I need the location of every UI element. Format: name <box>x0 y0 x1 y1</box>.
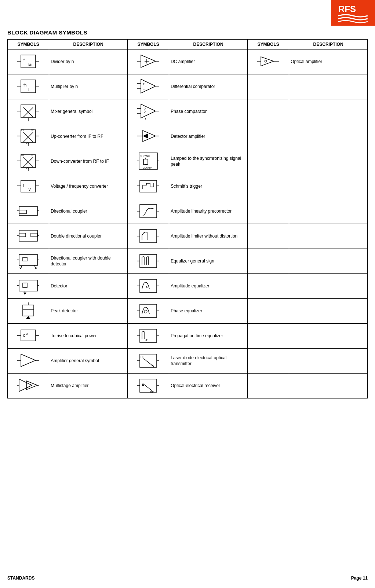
table-row: Directional coupler with double detector… <box>8 249 368 274</box>
svg-rect-82 <box>19 230 37 241</box>
desc-double-directional: Double directional coupler <box>49 224 128 249</box>
footer-standards: STANDARDS <box>7 576 34 581</box>
desc-empty-14-3 <box>289 374 368 398</box>
svg-rect-76 <box>19 210 26 214</box>
svg-text:+: + <box>143 82 145 86</box>
desc-differential-comparator: Differential comparator <box>169 74 248 99</box>
header-bar: RFS <box>331 0 375 26</box>
symbol-divider-by-n: f f/n <box>8 49 49 74</box>
desc-multistage-amplifier: Multistage amplifier <box>49 374 128 398</box>
symbol-empty-11-3 <box>247 299 289 324</box>
svg-rect-50 <box>21 155 36 168</box>
symbol-empty-10-3 <box>247 274 289 299</box>
svg-text:.T: .T <box>145 338 148 342</box>
table-row: Double directional coupler Amplitude lim… <box>8 224 368 249</box>
symbol-multistage-amplifier <box>8 374 49 398</box>
symbol-lamped-sync: P. SYNC CLAMP <box>127 149 169 174</box>
svg-text:RFS: RFS <box>338 4 356 14</box>
svg-text:RF: RF <box>21 154 25 156</box>
desc-amplitude-equalizer: Amplitude equalizer <box>169 274 248 299</box>
svg-marker-137 <box>19 379 32 392</box>
symbol-empty-12-3 <box>247 324 289 349</box>
symbol-amplifier-general <box>8 349 49 374</box>
table-row: f f/n Divider by n DC amplifier <box>8 49 368 74</box>
desc-amplitude-limiter: Amplitude limiter without distortion <box>169 224 248 249</box>
svg-text:−: − <box>143 87 145 91</box>
svg-marker-128 <box>21 354 36 367</box>
svg-point-116 <box>144 310 147 313</box>
desc-empty-10-3 <box>289 274 368 299</box>
symbol-laser-diode: RF <box>127 349 169 374</box>
svg-text:f: f <box>23 58 25 62</box>
desc-empty-13-3 <box>289 349 368 374</box>
svg-rect-37 <box>21 130 36 143</box>
svg-rect-90 <box>19 254 37 265</box>
desc-detector-amplifier: Detector amplifier <box>169 124 248 149</box>
symbol-empty-13-3 <box>247 349 289 374</box>
svg-text:f/n: f/n <box>28 63 32 67</box>
symbol-optical-electrical: RF <box>127 374 169 398</box>
table-row: Amplifier general symbol RF Laser diode … <box>8 349 368 374</box>
symbol-differential-comparator: + − <box>127 74 169 99</box>
svg-text:3: 3 <box>26 332 28 335</box>
desc-lamped-sync: Lamped to the syncrhronizing signal peak <box>169 149 248 174</box>
svg-text:CLAMP: CLAMP <box>143 166 152 169</box>
svg-rect-75 <box>19 206 37 216</box>
desc-cubic-power: To rise to cubical power <box>49 324 128 349</box>
table-row: Peak detector Phase equalizer <box>8 299 368 324</box>
svg-rect-26 <box>21 105 36 118</box>
svg-rect-61 <box>143 159 148 165</box>
table-row: Detector A Amplitude equalizer <box>8 274 368 299</box>
symbol-equalizer-general <box>127 249 169 274</box>
table-row: RF FI OL Down-converter from RF to IF P.… <box>8 149 368 174</box>
svg-rect-79 <box>140 205 157 218</box>
svg-rect-124 <box>140 329 157 342</box>
desc-down-converter: Down-converter from RF to IF <box>49 149 128 174</box>
col1-sym-header: SYMBOLS <box>8 40 49 49</box>
symbol-voltage-freq: f V <box>8 174 49 199</box>
svg-rect-91 <box>23 257 27 261</box>
desc-directional-coupler: Directional coupler <box>49 199 128 224</box>
symbol-amplitude-equalizer: A <box>127 274 169 299</box>
svg-text:V: V <box>28 187 31 191</box>
svg-text:f: f <box>23 183 24 188</box>
desc-empty-5-3 <box>289 149 368 174</box>
table-row: Directional coupler Amplitude linearity … <box>8 199 368 224</box>
desc-optical-electrical: Optical-electrical receiver <box>169 374 248 398</box>
symbol-amplitude-limiter <box>127 224 169 249</box>
svg-text:OL: OL <box>26 166 29 169</box>
table-row: f V Voltage / frequency converter Schmit… <box>8 174 368 199</box>
symbol-empty-14-3 <box>247 374 289 398</box>
symbol-mixer-general <box>8 99 49 124</box>
svg-rect-84 <box>31 233 37 237</box>
symbol-amplitude-linearity <box>127 199 169 224</box>
desc-divider-by-n: Divider by n <box>49 49 128 74</box>
symbol-dir-coupler-double-det <box>8 249 49 274</box>
svg-rect-83 <box>19 233 26 237</box>
page-footer: STANDARDS Page 11 <box>7 576 368 581</box>
desc-dc-amplifier: DC amplifier <box>169 49 248 74</box>
desc-laser-diode: Laser diode electrical-optical transmitt… <box>169 349 248 374</box>
symbol-cubic-power: x 3 <box>8 324 49 349</box>
desc-empty-2-3 <box>289 74 368 99</box>
svg-text:P. SYNC: P. SYNC <box>140 155 150 157</box>
symbol-up-converter: FI RF OL <box>8 124 49 149</box>
svg-rect-107 <box>140 279 157 293</box>
symbol-empty-3-3 <box>247 99 289 124</box>
symbol-empty-6-3 <box>247 174 289 199</box>
col1-desc-header: DESCRIPTION <box>49 40 128 49</box>
col3-sym-header: SYMBOLS <box>247 40 289 49</box>
desc-schmitt-trigger: Schmitt's trigger <box>169 174 248 199</box>
svg-rect-111 <box>23 305 34 316</box>
svg-line-143 <box>143 383 153 392</box>
footer-page: Page 11 <box>351 576 368 581</box>
symbol-double-directional <box>8 224 49 249</box>
desc-amplifier-general: Amplifier general symbol <box>49 349 128 374</box>
symbol-directional-coupler <box>8 199 49 224</box>
desc-optical-amplifier: Optical amplifier <box>289 49 368 74</box>
symbol-empty-2-3 <box>247 74 289 99</box>
desc-empty-9-3 <box>289 249 368 274</box>
col2-desc-header: DESCRIPTION <box>169 40 248 49</box>
symbol-empty-8-3 <box>247 224 289 249</box>
svg-marker-106 <box>23 293 26 295</box>
